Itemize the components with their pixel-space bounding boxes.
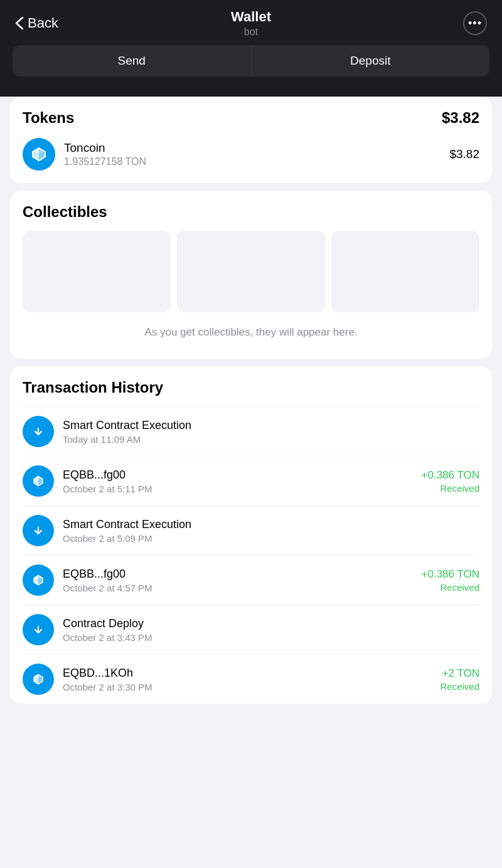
transaction-history-card: Transaction History Smart Contract Execu… (10, 366, 492, 704)
tokens-title: Tokens (23, 109, 74, 127)
token-row[interactable]: Toncoin 1.935127158 TON $3.82 (23, 138, 479, 171)
tx-date-4: October 2 at 4:57 PM (63, 583, 413, 593)
tx-status-6: Received (440, 681, 479, 692)
tx-icon-3 (23, 515, 54, 546)
tx-status-2: Received (422, 483, 479, 494)
tx-amount-col-4: +0.386 TON Received (422, 568, 479, 593)
tx-info-2: EQBB...fg00 October 2 at 5:11 PM (63, 468, 413, 494)
tx-amount-2: +0.386 TON (422, 469, 479, 482)
collectible-placeholder-2 (177, 231, 325, 312)
tx-date-5: October 2 at 3:43 PM (63, 632, 479, 643)
collectible-placeholder-1 (23, 231, 171, 312)
tx-icon-2 (23, 465, 54, 497)
tx-name-6: EQBD...1KOh (63, 666, 431, 680)
tokens-header: Tokens $3.82 (23, 109, 479, 127)
collectible-placeholder-3 (331, 231, 479, 312)
tx-name-3: Smart Contract Execution (63, 517, 479, 532)
toncoin-icon (23, 138, 55, 171)
more-button[interactable]: ••• (463, 11, 487, 35)
header-subtitle: bot (231, 26, 271, 38)
tx-icon-4 (23, 564, 54, 596)
tx-info-4: EQBB...fg00 October 2 at 4:57 PM (63, 567, 413, 593)
header-title: Wallet (231, 9, 271, 25)
token-name: Toncoin (64, 141, 441, 155)
tx-info-5: Contract Deploy October 2 at 3:43 PM (63, 617, 479, 643)
header-center: Wallet bot (231, 9, 271, 38)
tx-amount-6: +2 TON (440, 667, 479, 680)
back-button[interactable]: Back (15, 15, 58, 31)
tx-icon-1 (23, 416, 54, 447)
send-button[interactable]: Send (13, 45, 252, 77)
tx-name-1: Smart Contract Execution (63, 418, 479, 433)
more-icon: ••• (468, 17, 482, 30)
tx-title: Transaction History (23, 379, 479, 396)
tx-icon-5 (23, 614, 54, 645)
collectibles-grid (23, 231, 479, 312)
tx-info-1: Smart Contract Execution Today at 11:09 … (63, 418, 479, 445)
tx-row-6[interactable]: EQBD...1KOh October 2 at 3:30 PM +2 TON … (23, 654, 479, 704)
tx-row-3[interactable]: Smart Contract Execution October 2 at 5:… (23, 505, 479, 555)
token-info: Toncoin 1.935127158 TON (64, 141, 441, 167)
tx-info-6: EQBD...1KOh October 2 at 3:30 PM (63, 666, 431, 692)
back-label: Back (28, 15, 58, 31)
tx-row-2[interactable]: EQBB...fg00 October 2 at 5:11 PM +0.386 … (23, 456, 479, 505)
collectibles-empty-text: As you get collectibles, they will appea… (23, 322, 479, 344)
token-value: $3.82 (449, 147, 479, 161)
content-area: Tokens $3.82 Toncoin 1.935127158 TON $3.… (0, 97, 502, 868)
tx-status-4: Received (422, 582, 479, 593)
tx-date-3: October 2 at 5:09 PM (63, 533, 479, 544)
collectibles-title: Collectibles (23, 203, 479, 221)
deposit-button[interactable]: Deposit (252, 45, 490, 77)
token-amount: 1.935127158 TON (64, 156, 441, 167)
tx-name-4: EQBB...fg00 (63, 567, 413, 581)
tx-name-5: Contract Deploy (63, 617, 479, 631)
tx-amount-col-2: +0.386 TON Received (422, 469, 479, 494)
tx-icon-6 (23, 664, 54, 695)
tx-date-1: Today at 11:09 AM (63, 434, 479, 445)
tx-row-1[interactable]: Smart Contract Execution Today at 11:09 … (23, 406, 479, 456)
tx-row-5[interactable]: Contract Deploy October 2 at 3:43 PM (23, 605, 479, 654)
tx-date-2: October 2 at 5:11 PM (63, 484, 413, 494)
tx-name-2: EQBB...fg00 (63, 468, 413, 482)
tx-amount-col-6: +2 TON Received (440, 667, 479, 692)
action-bar: Send Deposit (0, 45, 502, 87)
tokens-card: Tokens $3.82 Toncoin 1.935127158 TON $3.… (10, 97, 492, 183)
tx-info-3: Smart Contract Execution October 2 at 5:… (63, 517, 479, 544)
header: Back Wallet bot ••• (0, 0, 502, 45)
tx-date-6: October 2 at 3:30 PM (63, 682, 431, 692)
tx-row-4[interactable]: EQBB...fg00 October 2 at 4:57 PM +0.386 … (23, 555, 479, 605)
tx-amount-4: +0.386 TON (422, 568, 479, 581)
collectibles-card: Collectibles As you get collectibles, th… (10, 191, 492, 359)
tokens-total: $3.82 (442, 109, 479, 127)
